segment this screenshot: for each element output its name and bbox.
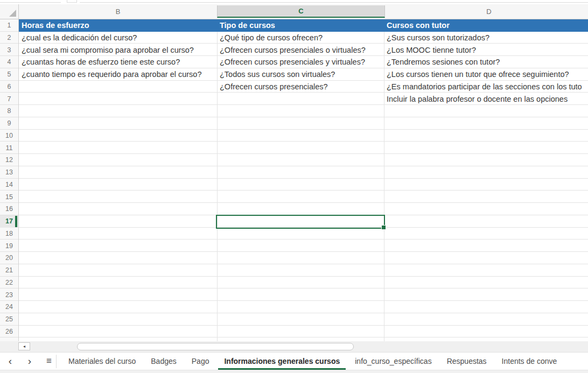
row-header-17[interactable]: 17 (0, 215, 18, 228)
row-header-25[interactable]: 25 (0, 313, 18, 326)
horizontal-scrollbar: ◂ (0, 341, 588, 352)
fill-handle[interactable] (381, 225, 386, 230)
row-header-24[interactable]: 24 (0, 301, 18, 313)
cell-b3[interactable]: ¿cual sera mi compromiso para aprobar el… (19, 44, 194, 57)
left-arrow-icon: ◂ (23, 344, 25, 349)
cell-b5[interactable]: ¿cuanto tiempo es requerido para aprobar… (19, 68, 202, 81)
formula-bar-bottom-edge (0, 0, 588, 4)
cell-c6[interactable]: ¿Ofrecen cursos presenciales? (217, 81, 328, 93)
tab-divider (56, 355, 57, 368)
header-row: Horas de esfuerzoTipo de cursosCursos co… (19, 19, 588, 32)
select-all-corner[interactable] (0, 4, 19, 19)
formula-input-edge (80, 0, 588, 3)
sheet-grid: 1234567891011121314151617181920212223242… (0, 19, 588, 341)
row-header-8[interactable]: 8 (0, 105, 18, 117)
row-header-6[interactable]: 6 (0, 81, 18, 93)
row-header-22[interactable]: 22 (0, 277, 18, 289)
cell-d3[interactable]: ¿Los MOOC tienne tutor? (384, 44, 476, 57)
column-header-d[interactable]: D (384, 4, 588, 19)
active-row-accent (15, 216, 17, 227)
cell-c2[interactable]: ¿Qué tipo de cursos ofrecen? (217, 32, 323, 44)
row-header-1[interactable]: 1 (0, 19, 18, 32)
name-box-edge (0, 0, 61, 3)
sheet-tab-info-curso-espec-ficas[interactable]: info_curso_específicas (347, 353, 439, 370)
header-cell-c1[interactable]: Tipo de cursos (217, 19, 275, 32)
cell-d7[interactable]: Incluir la palabra profesor o docente en… (384, 93, 568, 105)
cell-d5[interactable]: ¿Los cursos tienen un tutor que ofrece s… (384, 68, 569, 81)
row-header-23[interactable]: 23 (0, 289, 18, 301)
cell-d6[interactable]: ¿Es mandatorios participar de las seccio… (384, 81, 582, 93)
sheet-tab-badges[interactable]: Badges (143, 353, 184, 370)
header-cell-b1[interactable]: Horas de esfuerzo (19, 19, 89, 32)
row-header-20[interactable]: 20 (0, 252, 18, 264)
column-header-row: B C D (0, 4, 588, 19)
row-header-18[interactable]: 18 (0, 228, 18, 240)
sheet-tab-respuestas[interactable]: Respuestas (439, 353, 494, 370)
prev-sheet-button[interactable]: ‹ (3, 353, 17, 370)
select-all-triangle-icon (9, 10, 16, 17)
sheet-list-menu-icon[interactable]: ≡ (42, 353, 56, 370)
row-header-14[interactable]: 14 (0, 179, 18, 191)
row-header-19[interactable]: 19 (0, 240, 18, 252)
row-header-9[interactable]: 9 (0, 117, 18, 130)
scrollbar-thumb[interactable] (77, 343, 354, 350)
scroll-left-button[interactable]: ◂ (18, 342, 30, 350)
cell-d4[interactable]: ¿Tendremos sesiones con tutor? (384, 56, 500, 68)
row-header-12[interactable]: 12 (0, 154, 18, 166)
sheet-tab-bar: ‹ › ≡ Materiales del cursoBadgesPagoInfo… (0, 352, 588, 370)
row-header-4[interactable]: 4 (0, 56, 18, 68)
next-sheet-button[interactable]: › (23, 353, 37, 370)
cell-b4[interactable]: ¿cuantas horas de esfuerzo tiene este cu… (19, 56, 180, 68)
row-header-26[interactable]: 26 (0, 326, 18, 338)
sheet-tab-pago[interactable]: Pago (184, 353, 217, 370)
row-header-13[interactable]: 13 (0, 166, 18, 179)
sheet-tabs: Materiales del cursoBadgesPagoInformacio… (61, 353, 564, 370)
row-header-10[interactable]: 10 (0, 130, 18, 142)
cell-c4[interactable]: ¿Ofrecen cursos presenciales y virtuales… (217, 56, 365, 68)
cells-area[interactable]: Horas de esfuerzoTipo de cursosCursos co… (19, 19, 588, 341)
row-header-5[interactable]: 5 (0, 68, 18, 81)
sheet-tab-intents-de-conve[interactable]: Intents de conve (494, 353, 565, 370)
row-header-3[interactable]: 3 (0, 44, 18, 57)
header-cell-d1[interactable]: Cursos con tutor (384, 19, 450, 32)
column-header-c[interactable]: C (217, 5, 385, 18)
column-header-b[interactable]: B (19, 4, 217, 19)
row-header-16[interactable]: 16 (0, 203, 18, 215)
bottom-edge-strip (0, 370, 588, 373)
row-header-2[interactable]: 2 (0, 32, 18, 44)
cell-c5[interactable]: ¿Todos sus cursos son virtuales? (217, 68, 335, 81)
cell-d2[interactable]: ¿Sus cursos son tutorizados? (384, 32, 489, 44)
row-header-11[interactable]: 11 (0, 142, 18, 154)
cell-c3[interactable]: ¿Ofrecen cursos presenciales o virtuales… (217, 44, 366, 57)
fx-button-edge (67, 0, 77, 3)
sheet-tab-informaciones-generales-cursos[interactable]: Informaciones generales cursos (216, 353, 347, 370)
row-header-7[interactable]: 7 (0, 93, 18, 105)
cell-b2[interactable]: ¿cual es la dedicación del curso? (19, 32, 137, 44)
row-header-15[interactable]: 15 (0, 191, 18, 203)
spreadsheet-app: B C D 1234567891011121314151617181920212… (0, 0, 588, 373)
row-header-21[interactable]: 21 (0, 264, 18, 277)
active-cell-c17[interactable] (216, 215, 385, 229)
sheet-tab-materiales-del-curso[interactable]: Materiales del curso (61, 353, 143, 370)
row-headers: 1234567891011121314151617181920212223242… (0, 19, 19, 341)
